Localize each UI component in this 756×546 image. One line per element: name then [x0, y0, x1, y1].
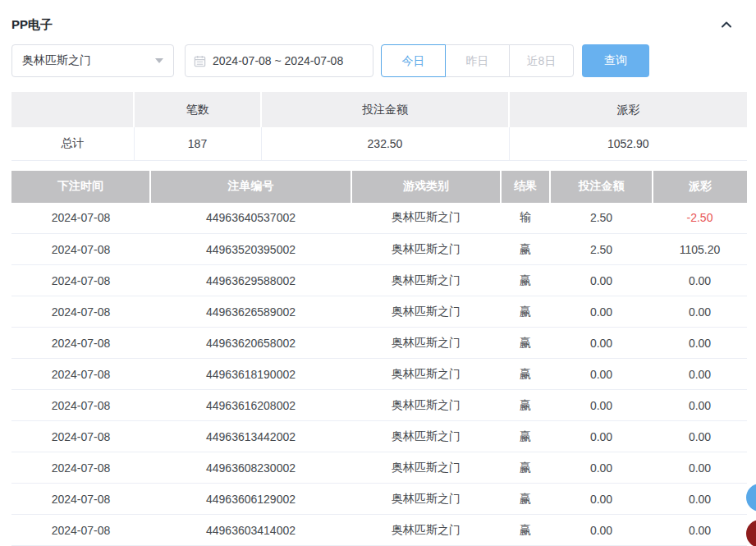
- table-cell: 0.00: [550, 452, 653, 484]
- table-cell: 输: [501, 203, 550, 234]
- table-cell: 2024-07-08: [11, 452, 150, 484]
- summary-total-payout: 1052.90: [509, 127, 747, 160]
- table-cell: 奥林匹斯之门: [351, 234, 501, 265]
- table-cell: 44963616208002: [150, 390, 351, 421]
- table-cell: 奥林匹斯之门: [351, 296, 501, 328]
- table-cell: 0.00: [653, 296, 747, 328]
- chevron-up-icon: [720, 18, 733, 31]
- bet-table-header-row: 下注时间 注单编号 游戏类别 结果 投注金额 派彩: [11, 171, 747, 203]
- table-cell: 0.00: [653, 484, 747, 515]
- table-cell: 奥林匹斯之门: [351, 484, 501, 515]
- table-cell: 0.00: [550, 359, 653, 390]
- table-cell: 0.00: [653, 515, 747, 546]
- table-cell: -2.50: [653, 203, 747, 234]
- table-cell: 2024-07-08: [11, 484, 150, 515]
- table-cell: 2024-07-08: [11, 265, 150, 296]
- table-cell: 2024-07-08: [11, 328, 150, 359]
- table-cell: 44963606129002: [150, 484, 351, 515]
- table-row: 2024-07-0844963606129002奥林匹斯之门赢0.000.00: [11, 484, 747, 515]
- table-cell: 0.00: [550, 296, 653, 328]
- table-cell: 2.50: [550, 203, 653, 234]
- table-cell: 2024-07-08: [11, 359, 150, 390]
- summary-total-label: 总计: [11, 127, 134, 160]
- filter-row: 奥林匹斯之门 2024-07-08 ~ 2024-07-08 今日 昨日 近8日…: [11, 44, 747, 77]
- table-cell: 1105.20: [653, 234, 747, 265]
- table-cell: 赢: [501, 328, 550, 359]
- table-cell: 0.00: [653, 328, 747, 359]
- table-cell: 44963626589002: [150, 296, 351, 328]
- header-result: 结果: [501, 171, 550, 203]
- summary-header-empty: [11, 92, 134, 127]
- table-cell: 0.00: [550, 421, 653, 452]
- table-row: 2024-07-0844963616208002奥林匹斯之门赢0.000.00: [11, 390, 747, 421]
- date-range-picker[interactable]: 2024-07-08 ~ 2024-07-08: [185, 44, 373, 77]
- table-row: 2024-07-0844963613442002奥林匹斯之门赢0.000.00: [11, 421, 747, 452]
- table-cell: 0.00: [550, 515, 653, 546]
- table-cell: 2024-07-08: [11, 203, 150, 234]
- table-row: 2024-07-0844963520395002奥林匹斯之门赢2.501105.…: [11, 234, 747, 265]
- table-cell: 赢: [501, 421, 550, 452]
- today-button[interactable]: 今日: [381, 44, 446, 77]
- table-cell: 奥林匹斯之门: [351, 515, 501, 546]
- panel-header: PP电子: [11, 0, 747, 34]
- table-cell: 2024-07-08: [11, 234, 150, 265]
- table-row: 2024-07-0844963608230002奥林匹斯之门赢0.000.00: [11, 452, 747, 484]
- table-row: 2024-07-0844963620658002奥林匹斯之门赢0.000.00: [11, 328, 747, 359]
- table-cell: 奥林匹斯之门: [351, 265, 501, 296]
- table-cell: 44963520395002: [150, 234, 351, 265]
- table-cell: 0.00: [653, 265, 747, 296]
- table-cell: 奥林匹斯之门: [351, 359, 501, 390]
- table-cell: 赢: [501, 515, 550, 546]
- collapse-panel-button[interactable]: [717, 16, 735, 34]
- header-payout: 派彩: [653, 171, 747, 203]
- summary-header-count: 笔数: [134, 92, 261, 127]
- chat-bubble-red[interactable]: [746, 520, 756, 546]
- table-cell: 0.00: [653, 421, 747, 452]
- table-cell: 44963629588002: [150, 265, 351, 296]
- table-cell: 44963640537002: [150, 203, 351, 234]
- table-cell: 赢: [501, 296, 550, 328]
- table-cell: 2024-07-08: [11, 296, 150, 328]
- panel-title: PP电子: [11, 17, 53, 33]
- summary-header-bet-amount: 投注金额: [261, 92, 509, 127]
- table-cell: 0.00: [653, 359, 747, 390]
- summary-table: 笔数 投注金额 派彩 总计 187 232.50 1052.90: [11, 92, 747, 161]
- last-8-days-button[interactable]: 近8日: [509, 44, 574, 77]
- calendar-icon: [194, 55, 206, 67]
- table-cell: 奥林匹斯之门: [351, 203, 501, 234]
- table-cell: 奥林匹斯之门: [351, 390, 501, 421]
- table-cell: 2.50: [550, 234, 653, 265]
- table-cell: 赢: [501, 390, 550, 421]
- table-cell: 赢: [501, 234, 550, 265]
- bet-table-body: 2024-07-0844963640537002奥林匹斯之门输2.50-2.50…: [11, 203, 747, 546]
- search-button[interactable]: 查询: [582, 44, 649, 77]
- table-row: 2024-07-0844963626589002奥林匹斯之门赢0.000.00: [11, 296, 747, 328]
- table-cell: 2024-07-08: [11, 421, 150, 452]
- bet-table: 下注时间 注单编号 游戏类别 结果 投注金额 派彩 2024-07-084496…: [11, 171, 747, 546]
- summary-header-payout: 派彩: [509, 92, 747, 127]
- game-select[interactable]: 奥林匹斯之门: [11, 44, 174, 77]
- summary-header-row: 笔数 投注金额 派彩: [11, 92, 747, 127]
- summary-total-count: 187: [134, 127, 261, 160]
- table-cell: 44963603414002: [150, 515, 351, 546]
- table-cell: 赢: [501, 359, 550, 390]
- header-bet-time: 下注时间: [11, 171, 150, 203]
- summary-total-bet-amount: 232.50: [261, 127, 509, 160]
- table-cell: 0.00: [550, 328, 653, 359]
- table-cell: 44963608230002: [150, 452, 351, 484]
- table-cell: 0.00: [550, 484, 653, 515]
- chat-bubble-blue[interactable]: [746, 484, 756, 512]
- header-bet-amount: 投注金额: [550, 171, 653, 203]
- yesterday-button[interactable]: 昨日: [445, 44, 510, 77]
- quick-date-buttons: 今日 昨日 近8日: [381, 44, 574, 77]
- caret-down-icon: [155, 58, 163, 63]
- header-game-category: 游戏类别: [351, 171, 501, 203]
- table-row: 2024-07-0844963618190002奥林匹斯之门赢0.000.00: [11, 359, 747, 390]
- table-cell: 0.00: [653, 390, 747, 421]
- table-cell: 2024-07-08: [11, 390, 150, 421]
- table-cell: 0.00: [550, 265, 653, 296]
- table-cell: 奥林匹斯之门: [351, 421, 501, 452]
- date-range-value: 2024-07-08 ~ 2024-07-08: [213, 54, 343, 67]
- table-cell: 0.00: [653, 452, 747, 484]
- game-select-value: 奥林匹斯之门: [22, 53, 91, 68]
